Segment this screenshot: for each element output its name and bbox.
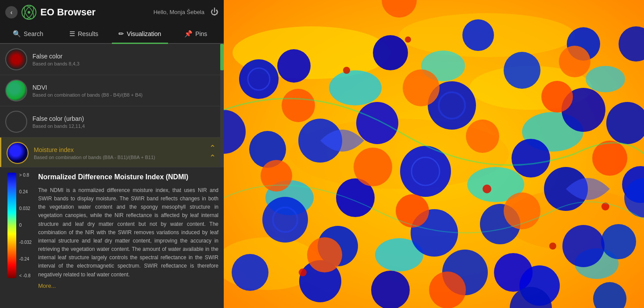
description-title: Normalized Difference Moisture Index (ND… xyxy=(38,173,218,182)
svg-point-11 xyxy=(329,70,382,105)
svg-point-52 xyxy=(541,81,573,112)
header-left: ‹ EO Browser xyxy=(5,4,96,20)
tab-results-label: Results xyxy=(78,30,98,37)
svg-point-72 xyxy=(549,243,556,250)
legend-bar-container: > 0.8 0.24 0.032 0 -0.032 -0.24 < -0.8 xyxy=(7,173,32,278)
collapse-button[interactable]: ⌃⌃ xyxy=(206,147,218,159)
svg-point-19 xyxy=(239,59,279,99)
svg-point-59 xyxy=(307,237,342,272)
scrollbar-track xyxy=(220,44,224,167)
svg-point-55 xyxy=(592,141,627,176)
svg-point-48 xyxy=(494,253,533,292)
legend-label-5: -0.032 xyxy=(19,240,32,245)
greeting: Hello, Monja Šebela xyxy=(154,9,204,15)
map-area[interactable] xyxy=(224,0,644,308)
viz-name-false-color: False color xyxy=(32,53,218,60)
svg-point-54 xyxy=(466,120,499,153)
tab-pins[interactable]: 📌 Pins xyxy=(168,25,224,44)
legend-label-7: < -0.8 xyxy=(19,273,32,278)
svg-point-31 xyxy=(601,224,636,259)
svg-point-23 xyxy=(504,52,540,89)
svg-point-53 xyxy=(354,148,392,186)
svg-point-70 xyxy=(343,67,350,74)
tab-search[interactable]: 🔍 Search xyxy=(0,25,56,44)
viz-info-ndvi: NDVI Based on combination of bands (B8 -… xyxy=(32,84,218,98)
tab-pins-label: Pins xyxy=(195,30,207,37)
visualization-icon: ✏ xyxy=(118,30,124,38)
description-area: Normalized Difference Moisture Index (ND… xyxy=(38,173,218,302)
svg-point-3 xyxy=(28,11,30,14)
legend-label-1: > 0.8 xyxy=(19,173,32,178)
legend-gradient-bar xyxy=(7,173,16,278)
svg-point-60 xyxy=(559,46,590,77)
legend-label-6: -0.24 xyxy=(19,257,32,261)
viz-item-false-color[interactable]: False color Based on bands 8,4,3 xyxy=(0,44,224,75)
description-body: The NDMI is a normalized difference mois… xyxy=(38,186,218,279)
app-title: EO Browser xyxy=(40,7,96,18)
svg-point-51 xyxy=(403,69,440,106)
svg-point-41 xyxy=(462,19,494,51)
color-legend: > 0.8 0.24 0.032 0 -0.032 -0.24 < -0.8 xyxy=(5,173,34,302)
svg-point-15 xyxy=(586,66,625,92)
svg-point-71 xyxy=(483,185,491,193)
svg-point-56 xyxy=(261,160,292,192)
tab-search-label: Search xyxy=(24,30,43,37)
viz-thumb-false-color xyxy=(5,48,27,70)
pins-icon: 📌 xyxy=(184,30,193,38)
legend-label-3: 0.032 xyxy=(19,206,32,211)
viz-item-false-color-urban[interactable]: False color (urban) Based on bands 12,11… xyxy=(0,106,224,138)
more-link[interactable]: More... xyxy=(38,283,56,289)
viz-info-moisture: Moisture index Based on combination of b… xyxy=(34,146,201,160)
svg-point-32 xyxy=(232,254,268,291)
viz-thumb-false-color-urban xyxy=(5,111,27,133)
legend-labels: > 0.8 0.24 0.032 0 -0.032 -0.24 < -0.8 xyxy=(19,173,32,278)
ndmi-visualization xyxy=(224,0,644,308)
svg-point-21 xyxy=(373,35,408,70)
svg-point-74 xyxy=(405,36,411,43)
svg-point-73 xyxy=(299,268,307,276)
svg-point-39 xyxy=(356,102,398,144)
viz-desc-ndvi: Based on combination of bands (B8 - B4)/… xyxy=(32,92,218,98)
svg-point-50 xyxy=(282,89,315,122)
sidebar: ‹ EO Browser Hello, Monja Šebela ⏻ 🔍 Sea… xyxy=(0,0,224,308)
power-icon[interactable]: ⏻ xyxy=(211,7,218,17)
svg-point-26 xyxy=(262,197,308,243)
svg-point-34 xyxy=(371,271,410,308)
legend-label-2: 0.24 xyxy=(19,189,32,194)
svg-point-61 xyxy=(429,272,466,308)
search-icon: 🔍 xyxy=(13,30,21,38)
viz-name-moisture: Moisture index xyxy=(34,146,201,153)
nav-tabs: 🔍 Search ☰ Results ✏ Visualization 📌 Pin… xyxy=(0,24,224,44)
tab-visualization-label: Visualization xyxy=(127,30,161,37)
back-button[interactable]: ‹ xyxy=(5,6,18,18)
svg-point-40 xyxy=(512,139,550,178)
viz-info-false-color: False color Based on bands 8,4,3 xyxy=(32,53,218,66)
viz-name-false-color-urban: False color (urban) xyxy=(32,115,218,122)
viz-name-ndvi: NDVI xyxy=(32,84,218,91)
scrollbar-thumb[interactable] xyxy=(220,44,224,70)
svg-point-49 xyxy=(562,225,605,267)
tab-results[interactable]: ☰ Results xyxy=(56,25,112,44)
app-header: ‹ EO Browser Hello, Monja Šebela ⏻ xyxy=(0,0,224,24)
viz-item-ndvi[interactable]: NDVI Based on combination of bands (B8 -… xyxy=(0,75,224,106)
legend-label-4: 0 xyxy=(19,223,32,228)
tab-visualization[interactable]: ✏ Visualization xyxy=(112,25,168,44)
app-logo xyxy=(21,4,37,20)
ndmi-map xyxy=(224,0,644,308)
svg-point-58 xyxy=(396,194,429,228)
viz-thumb-moisture xyxy=(7,142,29,164)
viz-list: False color Based on bands 8,4,3 NDVI Ba… xyxy=(0,44,224,167)
viz-desc-false-color: Based on bands 8,4,3 xyxy=(32,61,218,66)
legend-description-area: > 0.8 0.24 0.032 0 -0.032 -0.24 < -0.8 N… xyxy=(0,167,224,308)
viz-thumb-ndvi xyxy=(5,80,27,101)
results-icon: ☰ xyxy=(69,30,75,38)
viz-item-moisture[interactable]: Moisture index Based on combination of b… xyxy=(0,138,224,167)
viz-info-false-color-urban: False color (urban) Based on bands 12,11… xyxy=(32,115,218,129)
svg-point-45 xyxy=(277,49,311,83)
viz-desc-false-color-urban: Based on bands 12,11,4 xyxy=(32,123,218,129)
viz-desc-moisture: Based on combination of bands (B8A - B11… xyxy=(34,155,201,160)
